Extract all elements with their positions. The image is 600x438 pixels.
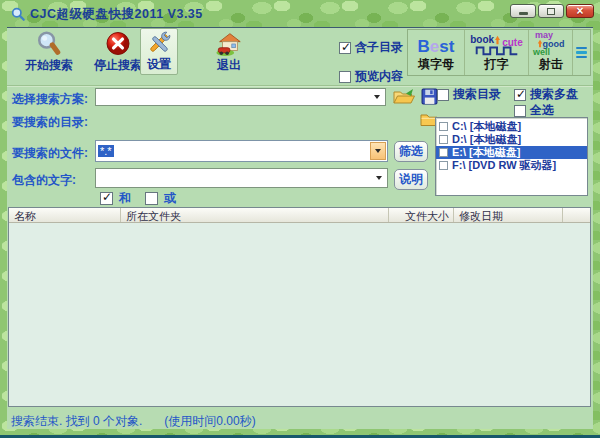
window-title: CJC超级硬盘快搜2011 V3.35 <box>30 6 203 23</box>
exit-label: 退出 <box>217 57 241 74</box>
or-label: 或 <box>164 190 176 207</box>
multi-disk-label: 搜索多盘 <box>530 86 578 103</box>
results-table: 名称 所在文件夹 文件大小 修改日期 <box>8 207 591 407</box>
stop-search-label: 停止搜索 <box>94 57 142 74</box>
chevron-down-icon <box>375 149 381 153</box>
up-arrow-icon <box>494 35 501 45</box>
search-directory-checkbox[interactable]: 搜索目录 <box>437 86 501 103</box>
contains-label: 包含的文字: <box>12 172 76 189</box>
banner-word-may: may <box>535 31 553 39</box>
app-window: CJC超级硬盘快搜2011 V3.35 × 开始搜索 停止搜索 设置 <box>0 0 600 438</box>
toolbar-separator <box>7 85 593 86</box>
results-table-header: 名称 所在文件夹 文件大小 修改日期 <box>9 208 590 223</box>
drive-listbox[interactable]: C:\ [本地磁盘] D:\ [本地磁盘] E:\ [本地磁盘] F:\ [DV… <box>435 117 588 196</box>
search-icon <box>35 30 63 57</box>
maximize-icon <box>547 8 555 15</box>
start-search-button[interactable]: 开始搜索 <box>16 30 82 74</box>
drive-checkbox[interactable] <box>439 161 448 170</box>
column-header-date[interactable]: 修改日期 <box>454 208 563 222</box>
ad-banner-strip: Best 填字母 book cute 打字 may good well 射击 <box>407 29 591 76</box>
banner-word-cute: cute <box>502 38 523 48</box>
operator-checkboxes: 和 或 <box>100 190 176 207</box>
start-search-label: 开始搜索 <box>25 57 73 74</box>
scheme-combobox[interactable] <box>95 88 386 106</box>
banner-word-well: well <box>533 48 550 56</box>
banner-fill-letters-label: 填字母 <box>418 56 454 73</box>
multi-disk-checkbox[interactable]: 搜索多盘 <box>514 86 578 103</box>
title-bar[interactable]: CJC超级硬盘快搜2011 V3.35 × <box>0 0 600 27</box>
contains-combobox[interactable] <box>95 168 388 188</box>
column-header-size[interactable]: 文件大小 <box>389 208 454 222</box>
and-label: 和 <box>119 190 131 207</box>
maximize-button[interactable] <box>538 4 564 18</box>
close-icon: × <box>576 6 583 16</box>
banner-word-book: book <box>470 35 494 45</box>
include-subdirs-checkbox[interactable]: 含子目录 <box>339 39 403 56</box>
status-bar: 搜索结束. 找到 0 个对象.(使用时间0.00秒) <box>11 413 256 430</box>
drive-checkbox[interactable] <box>439 148 448 157</box>
or-checkbox[interactable] <box>145 192 158 205</box>
multi-disk-checkbox-box[interactable] <box>514 89 526 101</box>
include-subdirs-checkbox-box[interactable] <box>339 42 351 54</box>
banner-typing[interactable]: book cute 打字 <box>465 30 529 75</box>
select-all-checkbox-box[interactable] <box>514 105 526 117</box>
settings-label: 设置 <box>147 56 171 73</box>
status-result-text: 搜索结束. 找到 0 个对象. <box>11 414 142 428</box>
banner-best-wordart: Best <box>418 38 455 55</box>
column-header-name[interactable]: 名称 <box>9 208 121 222</box>
results-table-body <box>9 223 590 407</box>
app-magnifier-icon[interactable] <box>11 7 26 22</box>
status-time-text: (使用时间0.00秒) <box>164 414 255 428</box>
banner-shooting[interactable]: may good well 射击 <box>529 30 573 75</box>
drive-checkbox[interactable] <box>439 135 448 144</box>
minimize-button[interactable] <box>510 4 536 18</box>
drive-item-f[interactable]: F:\ [DVD RW 驱动器] <box>436 159 587 172</box>
directory-label: 要搜索的目录: <box>12 114 88 131</box>
files-label: 要搜索的文件: <box>12 145 88 162</box>
banner-fill-letters[interactable]: Best 填字母 <box>408 30 465 75</box>
files-combobox[interactable]: *.* <box>95 140 388 162</box>
scheme-label: 选择搜索方案: <box>12 91 88 108</box>
close-button[interactable]: × <box>566 4 594 18</box>
drive-checkbox[interactable] <box>439 122 448 131</box>
chevron-down-icon[interactable] <box>376 176 382 180</box>
chevron-down-icon[interactable] <box>374 95 380 99</box>
column-header-spacer <box>563 208 590 222</box>
filter-button[interactable]: 筛选 <box>394 141 428 162</box>
preview-content-checkbox[interactable]: 预览内容 <box>339 68 403 85</box>
menu-lines-icon <box>576 47 587 59</box>
exit-home-icon <box>215 30 243 57</box>
help-button[interactable]: 说明 <box>394 169 428 190</box>
preview-content-checkbox-box[interactable] <box>339 71 351 83</box>
open-scheme-folder-button[interactable] <box>392 88 416 105</box>
column-header-folder[interactable]: 所在文件夹 <box>121 208 389 222</box>
exit-button[interactable]: 退出 <box>203 30 255 74</box>
search-directory-checkbox-box[interactable] <box>437 89 449 101</box>
settings-tools-icon <box>145 30 173 56</box>
minimize-icon <box>519 12 528 15</box>
files-value-selected: *.* <box>98 145 114 157</box>
and-checkbox[interactable] <box>100 192 113 205</box>
banner-typing-label: 打字 <box>485 56 509 73</box>
files-dropdown-button[interactable] <box>370 142 386 160</box>
include-subdirs-label: 含子目录 <box>355 39 403 56</box>
save-scheme-button[interactable] <box>421 88 438 105</box>
settings-button[interactable]: 设置 <box>140 28 178 75</box>
search-directory-label: 搜索目录 <box>453 86 501 103</box>
stop-icon <box>104 30 132 57</box>
preview-content-label: 预览内容 <box>355 68 403 85</box>
banner-menu-button[interactable] <box>573 30 589 75</box>
banner-shooting-label: 射击 <box>539 56 563 73</box>
